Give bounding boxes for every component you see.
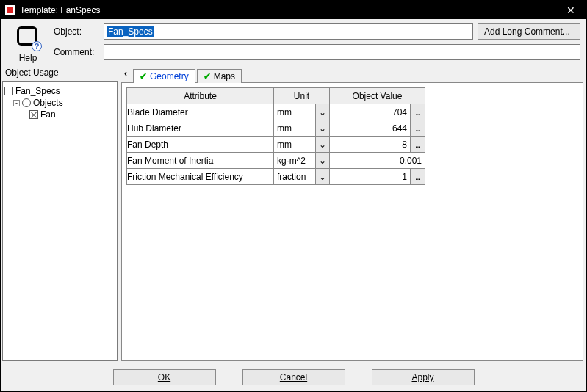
apply-button[interactable]: Apply <box>372 369 475 385</box>
comment-label: Comment: <box>54 47 99 57</box>
add-long-comment-button[interactable]: Add Long Comment... <box>478 23 580 40</box>
titlebar: Template: FanSpecs ✕ <box>1 1 586 19</box>
value-cell: 8... <box>330 137 425 153</box>
tree-expander-icon[interactable]: - <box>13 100 20 106</box>
help-label: Help <box>19 53 37 63</box>
header-area: ? Help Object: Fan_Specs Add Long Commen… <box>1 19 586 65</box>
unit-cell: kg-m^2⌄ <box>274 153 330 169</box>
tree-node-label: Fan_Specs <box>15 86 60 96</box>
tree-node-label: Fan <box>40 109 56 120</box>
square-icon <box>4 87 13 95</box>
value-cell: 704... <box>330 104 425 120</box>
value-more-button[interactable]: ... <box>410 137 425 152</box>
unit-dropdown[interactable]: ⌄ <box>316 153 329 168</box>
table-row: Fan Moment of Inertiakg-m^2⌄0.001 <box>127 153 425 169</box>
unit-value: kg-m^2 <box>274 153 316 168</box>
value-more-button[interactable]: ... <box>410 120 425 136</box>
help-icon: ? <box>14 23 42 51</box>
cancel-button[interactable]: Cancel <box>242 369 345 385</box>
tree-node[interactable]: Fan <box>4 109 115 120</box>
circle-icon <box>22 98 31 107</box>
object-usage-title: Object Usage <box>1 65 118 80</box>
col-header-value: Object Value <box>330 88 425 104</box>
attribute-table: Attribute Unit Object Value Blade Diamet… <box>126 87 425 185</box>
table-row: Hub Diametermm⌄644... <box>127 120 425 137</box>
app-icon <box>5 5 15 15</box>
unit-cell: mm⌄ <box>274 137 330 153</box>
unit-cell: fraction⌄ <box>274 169 330 185</box>
ok-button[interactable]: OK <box>113 369 216 385</box>
tree-node-label: Objects <box>33 98 63 108</box>
attr-cell: Friction Mechanical Efficiency <box>127 169 274 185</box>
object-label: Object: <box>54 26 99 37</box>
check-icon: ✔ <box>140 71 147 81</box>
value-input[interactable]: 644 <box>330 120 410 136</box>
value-more-button[interactable]: ... <box>410 104 425 120</box>
col-header-attribute: Attribute <box>127 88 274 104</box>
col-header-unit: Unit <box>274 88 330 104</box>
tab-bar: ✔Geometry✔Maps <box>130 69 242 83</box>
help-button[interactable]: ? Help <box>7 23 49 63</box>
value-cell: 644... <box>330 120 425 137</box>
attr-cell: Fan Moment of Inertia <box>127 153 274 169</box>
cross-box-icon <box>29 110 38 119</box>
attr-cell: Blade Diameter <box>127 104 274 120</box>
button-bar: OK Cancel Apply <box>1 363 586 391</box>
tab-label: Maps <box>214 71 235 81</box>
unit-value: mm <box>274 137 316 152</box>
tab-geometry[interactable]: ✔Geometry <box>133 69 195 83</box>
attr-cell: Hub Diameter <box>127 120 274 137</box>
value-input[interactable]: 1 <box>330 169 410 184</box>
close-icon[interactable]: ✕ <box>560 4 582 16</box>
tree-node[interactable]: Fan_Specs <box>4 85 115 97</box>
unit-dropdown[interactable]: ⌄ <box>316 169 329 184</box>
unit-dropdown[interactable]: ⌄ <box>316 120 329 136</box>
value-cell: 1... <box>330 169 425 185</box>
object-usage-panel: Object Usage Fan_Specs-ObjectsFan <box>1 65 118 363</box>
attr-cell: Fan Depth <box>127 137 274 153</box>
object-usage-tree[interactable]: Fan_Specs-ObjectsFan <box>2 81 118 361</box>
unit-value: fraction <box>274 169 316 184</box>
collapse-chevron-icon[interactable]: ‹ <box>121 68 130 79</box>
window-title: Template: FanSpecs <box>20 5 560 15</box>
table-row: Blade Diametermm⌄704... <box>127 104 425 120</box>
tab-label: Geometry <box>150 71 189 81</box>
unit-value: mm <box>274 120 316 136</box>
right-panel: ‹ ✔Geometry✔Maps Attribute Unit Object V… <box>118 65 586 363</box>
template-dialog: Template: FanSpecs ✕ ? Help Object: Fan_… <box>0 0 587 392</box>
tree-node[interactable]: -Objects <box>4 97 115 109</box>
value-input[interactable]: 704 <box>330 104 410 120</box>
unit-dropdown[interactable]: ⌄ <box>316 137 329 152</box>
value-more-button[interactable]: ... <box>410 169 425 184</box>
check-icon: ✔ <box>204 71 211 81</box>
unit-cell: mm⌄ <box>274 104 330 120</box>
main-area: Object Usage Fan_Specs-ObjectsFan ‹ ✔Geo… <box>1 65 586 363</box>
tab-content: Attribute Unit Object Value Blade Diamet… <box>121 82 583 361</box>
value-input[interactable]: 0.001 <box>330 153 425 168</box>
table-row: Fan Depthmm⌄8... <box>127 137 425 153</box>
table-row: Friction Mechanical Efficiencyfraction⌄1… <box>127 169 425 185</box>
value-cell: 0.001 <box>330 153 425 169</box>
unit-cell: mm⌄ <box>274 120 330 137</box>
value-input[interactable]: 8 <box>330 137 410 152</box>
unit-value: mm <box>274 104 316 120</box>
tab-maps[interactable]: ✔Maps <box>197 69 242 83</box>
comment-input[interactable] <box>104 44 580 60</box>
unit-dropdown[interactable]: ⌄ <box>316 104 329 120</box>
object-input[interactable]: Fan_Specs <box>104 23 473 40</box>
